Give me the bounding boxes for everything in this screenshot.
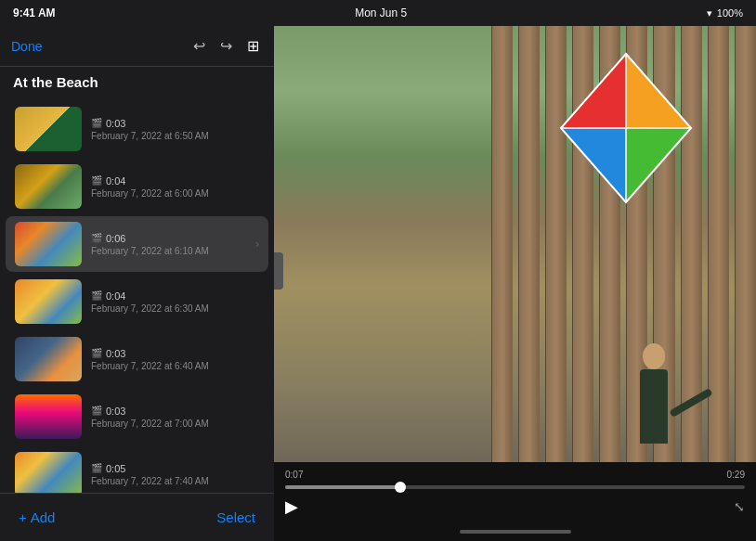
camera-icon: 🎬 [91,463,102,473]
timeline-scrubber[interactable] [285,485,745,489]
clip-duration: 0:04 [106,175,125,187]
redo-button[interactable]: ↪ [216,33,236,58]
clip-thumbnail [15,452,82,493]
clip-date: February 7, 2022 at 6:10 AM [91,246,246,256]
left-panel: Done ↩ ↪ ⊞ At the Beach 🎬 0:03 February … [0,26,274,541]
bottom-bar: + Add Select [0,493,274,541]
clip-thumbnail [15,107,82,151]
camera-icon: 🎬 [91,175,102,186]
clip-item[interactable]: 🎬 0:03 February 7, 2022 at 7:00 AM [6,389,268,444]
clip-thumbnail [15,164,82,209]
clip-thumbnail [15,222,82,266]
play-button[interactable]: ▶ [285,496,298,517]
wifi-icon: ▾ [707,7,712,19]
right-panel: ⬆ [274,26,756,541]
clip-thumbnail [15,394,82,439]
camera-icon: 🎬 [91,118,102,128]
clip-icon-row: 🎬 0:05 [91,463,259,474]
clip-info: 🎬 0:04 February 7, 2022 at 6:00 AM [91,175,259,199]
clip-list: 🎬 0:03 February 7, 2022 at 6:50 AM 🎬 0:0… [0,96,274,493]
clip-date: February 7, 2022 at 7:00 AM [91,419,259,429]
album-title: At the Beach [0,67,274,96]
clip-icon-row: 🎬 0:03 [91,348,259,359]
clip-date: February 7, 2022 at 7:40 AM [91,476,259,486]
chevron-icon: › [255,238,259,251]
status-time: 9:41 AM [13,6,56,19]
clip-thumbnail [15,279,82,324]
clip-icon-row: 🎬 0:03 [91,406,259,417]
clip-thumbnail [15,337,82,381]
clip-info: 🎬 0:06 February 7, 2022 at 6:10 AM [91,233,246,256]
clip-item[interactable]: 🎬 0:05 February 7, 2022 at 7:40 AM [6,446,268,493]
home-indicator [460,530,571,534]
clip-duration: 0:03 [106,348,125,359]
video-frame [274,26,756,462]
video-controls: 0:07 0:29 ▶ ⤡ [274,462,756,522]
toolbar: Done ↩ ↪ ⊞ [0,26,274,67]
clip-icon-row: 🎬 0:03 [91,118,259,129]
clip-item[interactable]: 🎬 0:03 February 7, 2022 at 6:50 AM [6,101,268,157]
home-indicator-area [274,522,756,541]
clip-duration: 0:03 [106,118,125,129]
select-button[interactable]: Select [216,509,255,525]
clip-info: 🎬 0:05 February 7, 2022 at 7:40 AM [91,463,259,486]
clip-duration: 0:03 [106,406,125,417]
playback-controls: ▶ ⤡ [285,496,745,517]
undo-button[interactable]: ↩ [189,33,209,58]
clip-duration: 0:04 [106,290,125,302]
clip-icon-row: 🎬 0:04 [91,290,259,302]
clip-duration: 0:05 [106,463,125,474]
camera-icon: 🎬 [91,406,102,416]
status-bar: 9:41 AM Mon Jun 5 ▾ 100% [0,0,756,26]
clip-info: 🎬 0:04 February 7, 2022 at 6:30 AM [91,290,259,314]
video-area[interactable] [274,26,756,462]
battery-icon: 100% [717,7,743,19]
clip-info: 🎬 0:03 February 7, 2022 at 6:40 AM [91,348,259,371]
camera-icon: 🎬 [91,233,102,243]
clip-item[interactable]: 🎬 0:03 February 7, 2022 at 6:40 AM [6,331,268,387]
done-button[interactable]: Done [11,39,42,54]
panel-resize-handle[interactable] [274,252,283,290]
clip-date: February 7, 2022 at 6:40 AM [91,361,259,371]
current-time-label: 0:07 [285,470,303,480]
expand-button[interactable]: ⤡ [734,499,745,514]
kite [552,45,700,212]
status-date: Mon Jun 5 [355,6,407,19]
format-button[interactable]: ⊞ [243,33,263,58]
clip-duration: 0:06 [106,233,125,244]
status-icons: ▾ 100% [707,7,743,19]
person-figure [626,332,682,444]
clip-date: February 7, 2022 at 6:30 AM [91,303,259,314]
clip-icon-row: 🎬 0:06 [91,233,246,244]
add-label: Add [31,509,56,525]
camera-icon: 🎬 [91,348,102,358]
add-icon: + [19,509,27,525]
clip-date: February 7, 2022 at 6:00 AM [91,188,259,199]
total-time-label: 0:29 [727,470,745,480]
timeline-thumb[interactable] [395,482,406,493]
camera-icon: 🎬 [91,290,102,301]
clip-info: 🎬 0:03 February 7, 2022 at 6:50 AM [91,118,259,141]
clip-item[interactable]: 🎬 0:04 February 7, 2022 at 6:30 AM [6,274,268,329]
timeline-labels: 0:07 0:29 [285,470,745,480]
clip-info: 🎬 0:03 February 7, 2022 at 7:00 AM [91,406,259,429]
clip-icon-row: 🎬 0:04 [91,175,259,187]
clip-item[interactable]: 🎬 0:04 February 7, 2022 at 6:00 AM [6,159,268,214]
clip-item[interactable]: 🎬 0:06 February 7, 2022 at 6:10 AM › [6,216,268,272]
add-button[interactable]: + Add [19,509,55,525]
clip-date: February 7, 2022 at 6:50 AM [91,131,259,141]
timeline-progress [285,485,400,489]
